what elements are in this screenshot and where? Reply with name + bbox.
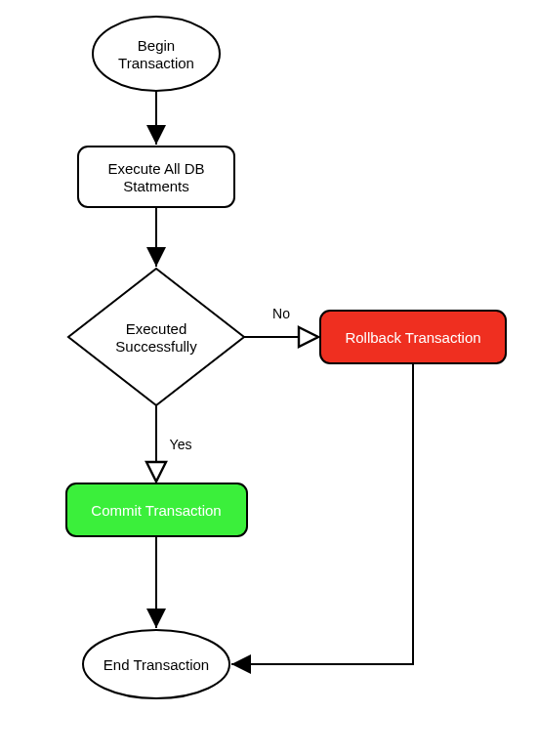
decision-label-1: Executed <box>126 320 187 337</box>
commit-label: Commit Transaction <box>91 502 221 519</box>
execute-label-2: Statments <box>123 178 189 194</box>
decision-label-2: Successfully <box>115 338 197 355</box>
edge-no-label: No <box>272 306 290 321</box>
rollback-label: Rollback Transaction <box>345 329 480 346</box>
execute-label-1: Execute All DB <box>107 160 204 177</box>
begin-label-2: Transaction <box>118 55 194 71</box>
edge-rollback-end <box>231 363 413 664</box>
end-label: End Transaction <box>103 656 209 673</box>
edge-yes-label: Yes <box>170 437 192 452</box>
begin-label-1: Begin <box>138 37 175 54</box>
